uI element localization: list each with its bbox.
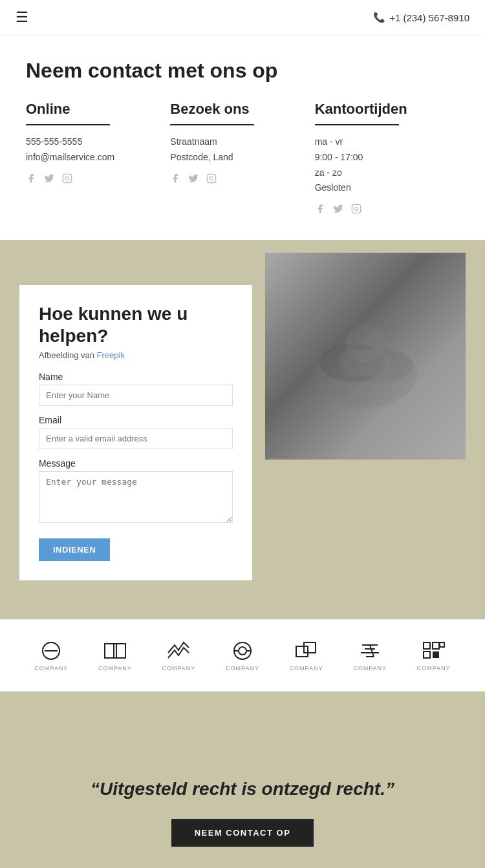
- email-input[interactable]: [39, 428, 233, 449]
- online-phone: 555-555-5555: [26, 134, 157, 150]
- online-social: [26, 173, 157, 184]
- contact-col-bezoek: Bezoek ons Straatnaam Postcode, Land: [170, 101, 314, 214]
- phone-link[interactable]: 📞 +1 (234) 567-8910: [373, 12, 469, 23]
- logo-label-2: COMPANY: [98, 665, 132, 672]
- freepik-link[interactable]: Freepik: [97, 350, 125, 360]
- name-input[interactable]: [39, 385, 233, 406]
- facebook-icon-2[interactable]: [170, 173, 180, 184]
- form-heading: Hoe kunnen we u helpen?: [39, 303, 233, 346]
- logo-label-5: COMPANY: [290, 665, 323, 672]
- logo-item-5: COMPANY: [290, 639, 323, 672]
- twitter-icon-2[interactable]: [188, 173, 199, 184]
- svg-point-18: [239, 647, 246, 655]
- message-label: Message: [39, 458, 233, 469]
- kantoor-weekend: za - zo: [315, 165, 446, 181]
- svg-rect-31: [433, 651, 439, 658]
- online-divider: [26, 124, 110, 125]
- logo-icon-3: [164, 639, 193, 662]
- svg-rect-13: [105, 644, 114, 658]
- submit-button[interactable]: INDIENEN: [39, 538, 110, 561]
- name-label: Name: [39, 372, 233, 382]
- logo-item-3: COMPANY: [162, 639, 195, 672]
- svg-rect-0: [63, 174, 71, 182]
- logo-icon-4: [228, 639, 257, 662]
- email-field-group: Email: [39, 415, 233, 449]
- svg-rect-4: [352, 205, 360, 213]
- logo-item-2: COMPANY: [98, 639, 132, 672]
- svg-rect-22: [304, 642, 316, 653]
- handshake-image: [265, 253, 466, 460]
- facebook-icon[interactable]: [26, 173, 36, 184]
- phone-icon: 📞: [373, 12, 385, 23]
- logo-icon-1: [36, 639, 66, 662]
- online-email: info@mailservice.com: [26, 150, 157, 165]
- svg-line-27: [370, 645, 374, 657]
- bezoek-street: Straatnaam: [170, 134, 301, 150]
- page-title: Neem contact met ons op: [26, 59, 459, 83]
- svg-rect-30: [424, 651, 430, 658]
- svg-point-10: [346, 324, 385, 363]
- twitter-icon-3[interactable]: [333, 204, 343, 214]
- logo-label-1: COMPANY: [34, 665, 68, 672]
- bezoek-social: [170, 173, 301, 184]
- kantoor-social: [315, 204, 446, 214]
- logo-item-7: COMPANY: [417, 639, 451, 672]
- contact-col-online: Online 555-555-5555 info@mailservice.com: [26, 101, 170, 214]
- logo-icon-2: [100, 639, 130, 662]
- logo-label-3: COMPANY: [162, 665, 195, 672]
- kantoor-divider: [315, 124, 399, 125]
- form-section: Hoe kunnen we u helpen? Afbeelding van F…: [0, 240, 485, 619]
- kantoor-heading: Kantoortijden: [315, 101, 446, 118]
- svg-rect-28: [424, 642, 430, 649]
- logo-item-6: COMPANY: [353, 639, 387, 672]
- instagram-icon-3[interactable]: [351, 204, 361, 214]
- phone-number: +1 (234) 567-8910: [389, 12, 469, 23]
- logos-section: COMPANY COMPANY COMPANY: [0, 619, 485, 692]
- svg-rect-2: [208, 174, 216, 182]
- contact-button[interactable]: NEEM CONTACT OP: [171, 819, 314, 847]
- contact-columns: Online 555-555-5555 info@mailservice.com…: [26, 101, 459, 214]
- message-field-group: Message: [39, 458, 233, 525]
- contact-col-kantoor: Kantoortijden ma - vr 9:00 - 17:00 za - …: [315, 101, 459, 214]
- bezoek-postal: Postcode, Land: [170, 150, 301, 165]
- quote-text: “Uitgesteld recht is ontzegd recht.”: [91, 778, 394, 801]
- kantoor-gesloten: Gesloten: [315, 180, 446, 196]
- instagram-icon[interactable]: [62, 173, 72, 184]
- header: ☰ 📞 +1 (234) 567-8910: [0, 0, 485, 36]
- logo-label-7: COMPANY: [417, 665, 451, 672]
- facebook-icon-3[interactable]: [315, 204, 325, 214]
- hamburger-menu[interactable]: ☰: [16, 9, 28, 26]
- logo-label-6: COMPANY: [353, 665, 387, 672]
- logo-icon-5: [292, 639, 321, 662]
- bezoek-divider: [170, 124, 254, 125]
- logo-icon-6: [355, 639, 385, 662]
- logo-item-1: COMPANY: [34, 639, 68, 672]
- logo-icon-7: [419, 639, 449, 662]
- svg-rect-32: [440, 642, 444, 647]
- contact-info-section: Neem contact met ons op Online 555-555-5…: [0, 36, 485, 240]
- message-input[interactable]: [39, 471, 233, 523]
- svg-rect-29: [433, 642, 439, 649]
- svg-rect-14: [116, 644, 125, 658]
- email-label: Email: [39, 415, 233, 425]
- form-card: Hoe kunnen we u helpen? Afbeelding van F…: [19, 285, 252, 580]
- name-field-group: Name: [39, 372, 233, 406]
- svg-rect-21: [296, 646, 308, 657]
- logo-item-4: COMPANY: [226, 639, 259, 672]
- logo-label-4: COMPANY: [226, 665, 259, 672]
- kantoor-hours: 9:00 - 17:00: [315, 150, 446, 165]
- twitter-icon[interactable]: [44, 173, 54, 184]
- bezoek-heading: Bezoek ons: [170, 101, 301, 118]
- quote-section: “Uitgesteld recht is ontzegd recht.” NEE…: [0, 692, 485, 868]
- kantoor-weekdays: ma - vr: [315, 134, 446, 150]
- form-attribution: Afbeelding van Freepik: [39, 350, 233, 360]
- instagram-icon-2[interactable]: [206, 173, 217, 184]
- online-heading: Online: [26, 101, 157, 118]
